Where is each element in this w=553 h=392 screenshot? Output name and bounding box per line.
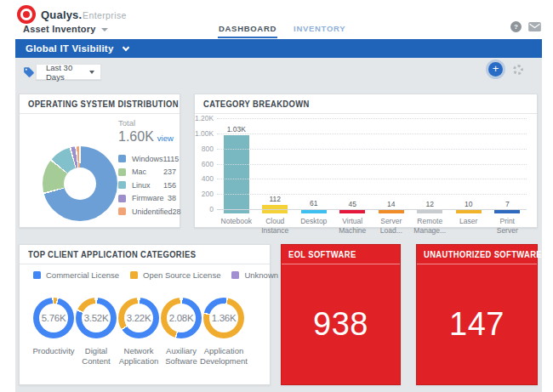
legend-swatch-icon <box>231 271 239 279</box>
category-bar-chart: 1.03K11261451412107 NotebookCloud Instan… <box>195 114 537 227</box>
donut-hole <box>64 168 96 200</box>
qualys-dashboard-app: Qualys. Enterprise Asset Inventory DASHB… <box>0 0 553 392</box>
header-icons: ? <box>510 21 541 32</box>
windows-swatch-icon <box>118 155 126 162</box>
ring-donut-chart: 3.52K <box>76 298 117 338</box>
os-legend-value: 237 <box>163 168 176 176</box>
os-legend-label: Firmware <box>132 194 168 202</box>
ring-donut-chart: 5.76K <box>33 298 74 338</box>
brand-edition: Enterprise <box>83 10 127 20</box>
legend-commercial-license: Commercial License <box>33 270 119 280</box>
help-icon[interactable]: ? <box>510 21 522 32</box>
chevron-down-icon <box>101 28 108 31</box>
ring-donut-chart: 1.36K <box>203 298 244 338</box>
os-legend-value: 28 <box>173 207 181 216</box>
bar-value-label: 1.03K <box>227 125 246 134</box>
os-legend-label: Mac <box>132 168 163 176</box>
bar-category-labels: NotebookCloud InstanceDesktopVirtual Mac… <box>217 217 527 235</box>
bar-cloud-instance[interactable]: 112 <box>256 118 295 213</box>
gridline <box>217 134 527 134</box>
ring-donut-chart: 2.08K <box>161 298 202 338</box>
gridline <box>217 149 527 150</box>
app-picker-label: Asset Inventory <box>23 24 96 34</box>
legend-swatch-icon <box>33 271 41 279</box>
bar <box>379 210 404 213</box>
bar <box>494 210 520 213</box>
widget-title: EOL SOFTWARE <box>288 250 356 259</box>
y-axis-tick: 0 <box>195 205 214 213</box>
tag-filter-icon[interactable] <box>23 66 35 78</box>
brand-name: Qualys. <box>41 9 82 21</box>
os-legend-item: Unidentified28 <box>118 205 176 219</box>
ring-donut-chart: 3.22K <box>118 298 159 338</box>
y-axis-tick: 200 <box>195 190 214 198</box>
firmware-swatch-icon <box>118 195 126 202</box>
widget-eol-software[interactable]: EOL SOFTWARE 938 <box>281 244 401 385</box>
bar-category-label: Remote Manage... <box>411 217 450 235</box>
mac-swatch-icon <box>118 168 126 176</box>
os-summary: Total 1.60Kview Windows1115Mac237Linux15… <box>118 118 176 219</box>
bar-category-label: Desktop <box>294 217 334 235</box>
mail-icon[interactable] <box>528 22 541 31</box>
y-axis-tick: 1.00K <box>195 129 214 138</box>
ring-value: 3.52K <box>82 304 111 332</box>
tab-dashboard[interactable]: DASHBOARD <box>218 21 277 38</box>
bar-category-label: Print Server <box>488 217 527 235</box>
bar-series: 1.03K11261451412107 <box>217 118 527 213</box>
os-legend-value: 1115 <box>163 155 180 163</box>
bar-notebook[interactable]: 1.03K <box>217 118 256 213</box>
bar-category-label: Virtual Machine <box>334 217 373 235</box>
os-legend-label: Windows <box>132 155 163 163</box>
main-tabs: DASHBOARD INVENTORY <box>218 21 346 38</box>
eol-count: 938 <box>282 264 400 384</box>
bar-category-label: Notebook <box>217 217 256 235</box>
ring-network-application[interactable]: 3.22KNetwork Application <box>117 298 160 366</box>
view-link[interactable]: view <box>157 134 174 143</box>
license-legend: Commercial LicenseOpen Source LicenseUnk… <box>33 270 289 280</box>
os-legend-label: Unidentified <box>132 207 173 216</box>
ring-auxiliary-software[interactable]: 2.08KAuxiliary Software <box>160 298 202 366</box>
bar-virtual-machine[interactable]: 45 <box>334 118 373 213</box>
unidentified-swatch-icon <box>118 207 126 215</box>
ring-value: 1.36K <box>209 304 238 332</box>
legend-open-source-license: Open Source License <box>130 270 220 280</box>
bar-print-server[interactable]: 7 <box>488 118 527 213</box>
settings-gear-icon[interactable] <box>513 65 523 75</box>
dashboard-selector[interactable]: Global IT Visibility <box>15 39 542 58</box>
widget-title: OPERATING SYSTEM DISTRIBUTION <box>28 99 179 109</box>
bar-remote-manage-[interactable]: 12 <box>411 118 450 213</box>
legend-swatch-icon <box>130 271 138 279</box>
y-axis-tick: 400 <box>195 174 214 183</box>
add-widget-button[interactable]: + <box>488 62 503 77</box>
widget-os-distribution: OPERATING SYSTEM DISTRIBUTION Total 1.60… <box>19 94 180 228</box>
app-header: Qualys. Enterprise Asset Inventory DASHB… <box>0 0 553 39</box>
bar-desktop[interactable]: 61 <box>294 118 334 213</box>
legend-label: Open Source License <box>143 270 220 280</box>
ring-application-development[interactable]: 1.36KApplication Development <box>202 298 245 366</box>
dashboard-title: Global IT Visibility <box>26 43 113 54</box>
bar-server-load-[interactable]: 14 <box>372 118 411 213</box>
bar-category-label: Laser <box>449 217 488 235</box>
tab-inventory[interactable]: INVENTORY <box>293 21 346 38</box>
total-value: 1.60K <box>118 129 154 144</box>
app-picker-asset-inventory[interactable]: Asset Inventory <box>23 24 108 34</box>
widget-title-bar: UNAUTHORIZED SOFTWARE <box>417 245 537 264</box>
os-donut-chart[interactable] <box>43 146 117 221</box>
os-legend-item: Firmware38 <box>118 192 176 206</box>
gridline <box>217 209 527 210</box>
widget-title-bar: CATEGORY BREAKDOWN <box>195 94 537 114</box>
bar-value-label: 10 <box>465 200 472 208</box>
date-range-dropdown[interactable]: Last 30 Days <box>36 64 101 80</box>
bar <box>224 135 249 213</box>
os-legend-item: Linux156 <box>118 179 176 192</box>
legend-label: Commercial License <box>46 270 119 280</box>
ring-digital-content[interactable]: 3.52KDigital Content <box>75 298 117 366</box>
chevron-down-icon <box>123 43 129 50</box>
y-axis-tick: 1.20K <box>195 114 214 122</box>
ring-productivity[interactable]: 5.76KProductivity <box>32 298 75 366</box>
bar-value-label: 7 <box>505 200 510 208</box>
bar-laser[interactable]: 10 <box>449 118 488 213</box>
gridline <box>217 164 527 165</box>
ring-value: 5.76K <box>39 304 68 332</box>
widget-unauthorized-software[interactable]: UNAUTHORIZED SOFTWARE 147 <box>416 244 538 385</box>
